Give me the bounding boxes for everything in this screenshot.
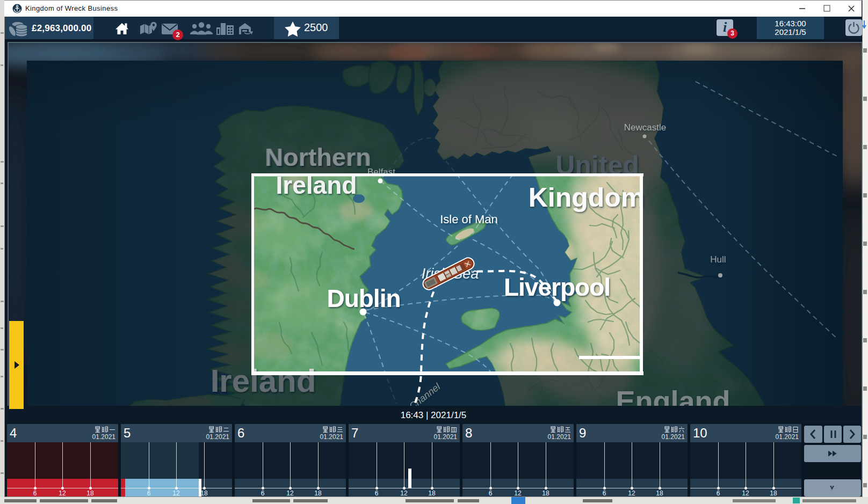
svg-text:Kingdom: Kingdom (529, 182, 645, 213)
svg-text:Hull: Hull (710, 254, 726, 265)
svg-text:Newcastle: Newcastle (624, 122, 666, 133)
svg-text:Isle of Man: Isle of Man (440, 213, 498, 226)
svg-text:Ireland: Ireland (211, 363, 316, 399)
svg-text:England: England (616, 385, 730, 406)
svg-text:Liverpool: Liverpool (504, 273, 610, 301)
svg-text:Northern: Northern (265, 143, 371, 171)
svg-text:Dublin: Dublin (327, 284, 400, 312)
